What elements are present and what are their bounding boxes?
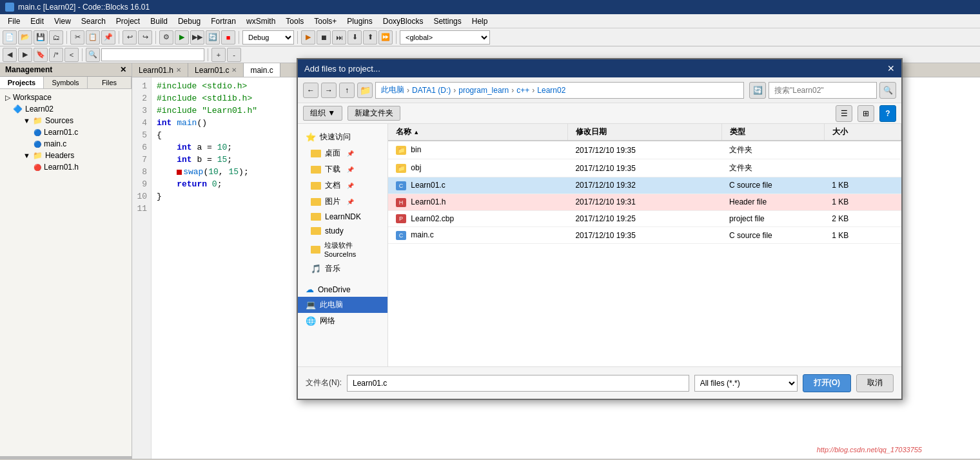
menu-tools[interactable]: Tools <box>280 15 309 27</box>
nav-back-button[interactable]: ← <box>303 83 318 98</box>
sidebar-thispc[interactable]: 💻 此电脑 <box>298 297 387 313</box>
menu-debug[interactable]: Debug <box>173 15 206 27</box>
build-run-button[interactable]: ▶▶ <box>190 30 204 45</box>
col-type[interactable]: 类型 <box>721 124 824 141</box>
new-button[interactable]: 📄 <box>3 30 17 45</box>
mgmt-resize-handle[interactable] <box>0 456 132 459</box>
step-next-button[interactable]: ⏭ <box>332 30 346 45</box>
menu-plugins[interactable]: Plugins <box>342 15 377 27</box>
menu-file[interactable]: File <box>3 15 25 27</box>
view-details-button[interactable]: ⊞ <box>858 105 874 122</box>
bc-programlearn[interactable]: program_learn <box>458 86 509 95</box>
bookmark-next[interactable]: ▶ <box>18 48 32 62</box>
tree-learn01h[interactable]: 🔴 Learn01.h <box>3 161 129 173</box>
stop-debug-button[interactable]: ⏹ <box>317 30 331 45</box>
sidebar-downloads[interactable]: 下载 📌 <box>298 161 387 177</box>
dialog-close-button[interactable]: ✕ <box>887 63 895 74</box>
tree-mainc[interactable]: 🔵 main.c <box>3 138 129 150</box>
bc-data1[interactable]: DATA1 (D:) <box>412 86 451 95</box>
files-row-0[interactable]: 📁 bin 2017/12/10 19:35 文件夹 <box>388 141 901 159</box>
view-toggle-button[interactable]: ☰ <box>836 105 852 122</box>
nav-forward-button[interactable]: → <box>321 83 337 98</box>
stop-button[interactable]: ■ <box>221 30 235 45</box>
sidebar-desktop[interactable]: 桌面 📌 <box>298 145 387 161</box>
sidebar-music[interactable]: 🎵 音乐 <box>298 261 387 277</box>
run-button[interactable]: ▶ <box>175 30 189 45</box>
next-cont-button[interactable]: ⏩ <box>378 30 393 45</box>
nav-up-button[interactable]: ↑ <box>339 83 355 98</box>
menu-wxsmith[interactable]: wxSmith <box>241 15 280 27</box>
new-folder-button[interactable]: 新建文件夹 <box>348 106 400 121</box>
col-size[interactable]: 大小 <box>824 124 901 141</box>
organize-button[interactable]: 组织 ▼ <box>303 106 342 121</box>
bc-thispc[interactable]: 此电脑 <box>381 85 404 95</box>
menu-settings[interactable]: Settings <box>428 15 466 27</box>
save-all-button[interactable]: 🗂 <box>49 30 63 45</box>
tab-files[interactable]: Files <box>88 77 132 88</box>
step-in-button[interactable]: ⬇ <box>348 30 362 45</box>
sidebar-pictures[interactable]: 图片 📌 <box>298 194 387 210</box>
open-button[interactable]: 📂 <box>18 30 32 45</box>
help-button[interactable]: ? <box>879 105 896 122</box>
tree-workspace[interactable]: ▷ Workspace <box>3 92 129 103</box>
filename-input[interactable] <box>347 375 689 392</box>
files-row-3[interactable]: H Learn01.h 2017/12/10 19:31 Header file… <box>388 194 901 210</box>
undo-button[interactable]: ↩ <box>122 30 137 45</box>
menu-help[interactable]: Help <box>467 15 493 27</box>
sidebar-garbage[interactable]: 垃圾软件SourceIns <box>298 238 387 261</box>
menu-project[interactable]: Project <box>111 15 145 27</box>
dialog-search-input[interactable] <box>769 82 877 99</box>
build-button[interactable]: ⚙ <box>159 30 173 45</box>
files-row-1[interactable]: 📁 obj 2017/12/10 19:35 文件夹 <box>388 159 901 177</box>
mgmt-close-icon[interactable]: ✕ <box>120 65 126 74</box>
tree-learn01c[interactable]: 🔵 Learn01.c <box>3 126 129 138</box>
tab-mainc[interactable]: main.c <box>244 63 280 77</box>
col-name[interactable]: 名称 ▲ <box>388 124 567 141</box>
tab-learn01h[interactable]: Learn01.h ✕ <box>132 63 188 77</box>
menu-search[interactable]: Search <box>76 15 111 27</box>
sidebar-network[interactable]: 🌐 网络 <box>298 313 387 329</box>
tree-project-learn02[interactable]: 🔷 Learn02 <box>3 103 129 115</box>
save-button[interactable]: 💾 <box>34 30 48 45</box>
tree-sources[interactable]: ▼ 📁 Sources <box>3 115 129 126</box>
menu-tools-plus[interactable]: Tools+ <box>309 15 342 27</box>
rebuild-button[interactable]: 🔄 <box>206 30 220 45</box>
search-input[interactable] <box>101 48 204 61</box>
sidebar-onedrive[interactable]: ☁ OneDrive <box>298 282 387 297</box>
bc-cpp[interactable]: c++ <box>516 86 529 95</box>
menu-view[interactable]: View <box>49 15 76 27</box>
cut-button[interactable]: ✂ <box>70 30 84 45</box>
sidebar-documents[interactable]: 文档 📌 <box>298 177 387 194</box>
files-row-4[interactable]: P Learn02.cbp 2017/12/10 19:25 project f… <box>388 210 901 227</box>
menu-build[interactable]: Build <box>145 15 173 27</box>
cancel-button[interactable]: 取消 <box>856 374 894 392</box>
redo-button[interactable]: ↪ <box>138 30 152 45</box>
col-date[interactable]: 修改日期 <box>567 124 721 141</box>
tab-learn01h-close[interactable]: ✕ <box>176 66 181 74</box>
comment-btn[interactable]: /* <box>49 48 63 62</box>
search-btn[interactable]: 🔍 <box>86 48 100 62</box>
menu-edit[interactable]: Edit <box>25 15 49 27</box>
bc-learn02[interactable]: Learn02 <box>537 86 565 95</box>
tab-projects[interactable]: Projects <box>0 77 44 88</box>
bookmark-prev[interactable]: ◀ <box>3 48 17 62</box>
sidebar-study[interactable]: study <box>298 224 387 238</box>
sidebar-quick-access[interactable]: ⭐ 快速访问 <box>298 129 387 145</box>
files-row-5[interactable]: C main.c 2017/12/10 19:35 C source file … <box>388 227 901 244</box>
zoom-out[interactable]: - <box>227 48 241 62</box>
tab-symbols[interactable]: Symbols <box>44 77 88 88</box>
dialog-search-button[interactable]: 🔍 <box>879 82 896 99</box>
sidebar-learnndk[interactable]: LearnNDK <box>298 210 387 224</box>
menu-doxyblocks[interactable]: DoxyBlocks <box>378 15 429 27</box>
debug-button[interactable]: ▶ <box>301 30 315 45</box>
build-target-dropdown[interactable]: Debug <box>242 30 294 45</box>
step-out-button[interactable]: ⬆ <box>363 30 377 45</box>
uncomment-btn[interactable]: < <box>64 48 79 62</box>
open-button[interactable]: 打开(O) <box>803 374 851 392</box>
zoom-in[interactable]: + <box>211 48 226 62</box>
global-dropdown[interactable]: <global> <box>400 30 490 45</box>
menu-fortran[interactable]: Fortran <box>206 15 241 27</box>
files-row-2[interactable]: C Learn01.c 2017/12/10 19:32 C source fi… <box>388 177 901 194</box>
bookmark-toggle[interactable]: 🔖 <box>34 48 48 62</box>
copy-button[interactable]: 📋 <box>86 30 100 45</box>
